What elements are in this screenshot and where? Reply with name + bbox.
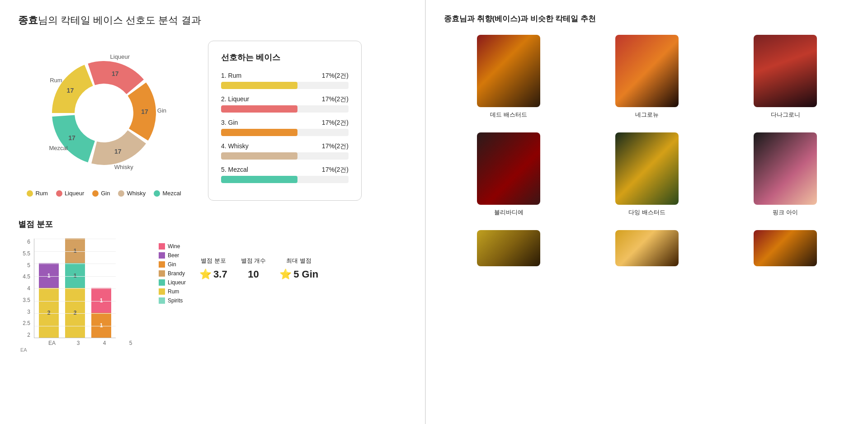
svg-text:Mezcal: Mezcal	[49, 145, 68, 151]
donut-chart: 17 17 17 17 17 RumLiqueurGinWhiskyMezcal	[32, 41, 176, 185]
stat-count: 별점 개수 10	[241, 257, 266, 280]
cocktail-bottom1	[444, 230, 573, 266]
pref-item-5: 5. Mezcal 17%(2건)	[221, 166, 349, 183]
right-panel: 종효님과 취향(베이스)과 비슷한 칵테일 추천 데드 배스터드 네그로뉴 다나…	[426, 0, 868, 424]
bar-segment-rum-4: 2	[65, 288, 85, 338]
bar-col-5: 1 1	[91, 288, 111, 338]
cocktail-name-danargroni: 다나그로니	[771, 111, 800, 119]
legend-spirits: Spirits	[159, 297, 186, 304]
cocktail-bottom2	[582, 230, 712, 266]
svg-text:Gin: Gin	[157, 107, 166, 114]
cocktail-name-negroni: 네그로뉴	[635, 111, 659, 119]
star-section: 별점 분포 6 5.5 5 4.5 4 3.5 3	[18, 219, 407, 353]
y-axis: 6 5.5 5 4.5 4 3.5 3 2.5 2	[18, 239, 34, 338]
cocktail-grid-row3	[444, 230, 850, 266]
stat-distribution: 별점 분포 ⭐ 3.7	[199, 257, 227, 280]
legend-beer: Beer	[159, 252, 186, 259]
page-title: 종효님의 칵테일 베이스 선호도 분석 결과	[18, 14, 407, 27]
bar-segment-wine-5: 1	[91, 288, 111, 313]
cocktail-img-bottom3	[754, 230, 817, 266]
cocktail-pinkeye: 핑크 아이	[721, 132, 850, 217]
cocktail-name-dying: 다잉 배스터드	[628, 208, 665, 217]
star-stats: 별점 분포 ⭐ 3.7 별점 개수 10 최대 별점 ⭐	[199, 257, 318, 280]
bar-col-4: 1 1 2	[65, 238, 85, 338]
cocktail-img-danargroni	[754, 35, 817, 107]
svg-text:Whisky: Whisky	[114, 164, 133, 170]
cocktail-img-dead-bastard	[477, 35, 540, 107]
bar-segment-liqueur-4: 1	[65, 263, 85, 288]
star-section-title: 별점 분포	[18, 219, 407, 230]
cocktail-img-bottom2	[615, 230, 679, 266]
top-section: 17 17 17 17 17 RumLiqueurGinWhiskyMezcal…	[18, 41, 407, 201]
legend-gin2: Gin	[159, 261, 186, 268]
cocktail-name-bloody: 블리바디에	[494, 208, 524, 217]
legend-mezcal: Mezcal	[154, 190, 181, 197]
svg-text:17: 17	[141, 108, 148, 115]
svg-text:17: 17	[68, 134, 75, 141]
pref-card-title: 선호하는 베이스	[221, 52, 349, 63]
x-axis: EA 3 4 5	[38, 340, 141, 346]
cocktail-dying: 다잉 배스터드	[582, 132, 712, 217]
cocktail-bottom3	[721, 230, 850, 266]
legend-rum2: Rum	[159, 288, 186, 295]
cocktail-name-pinkeye: 핑크 아이	[773, 208, 798, 217]
cocktail-img-dying	[615, 132, 679, 205]
cocktail-name-dead-bastard: 데드 배스터드	[490, 111, 527, 119]
bar-segment-gin-5: 1	[91, 313, 111, 338]
left-panel: 종효님의 칵테일 베이스 선호도 분석 결과	[0, 0, 425, 424]
pref-item-1: 1. Rum 17%(2건)	[221, 72, 349, 89]
preferred-base-card: 선호하는 베이스 1. Rum 17%(2건) 2. Liqueur 17%(2…	[208, 41, 362, 201]
pref-item-4: 4. Whisky 17%(2건)	[221, 142, 349, 160]
legend-gin: Gin	[92, 190, 110, 197]
bar-segment-rum-3: 2	[39, 288, 59, 338]
cocktail-img-bottom1	[477, 230, 540, 266]
cocktail-img-pinkeye	[754, 132, 817, 205]
cocktail-dead-bastard: 데드 배스터드	[444, 35, 573, 119]
pref-item-2: 2. Liqueur 17%(2건)	[221, 95, 349, 113]
pref-item-3: 3. Gin 17%(2건)	[221, 119, 349, 136]
svg-text:17: 17	[67, 87, 74, 94]
right-panel-title: 종효님과 취향(베이스)과 비슷한 칵테일 추천	[444, 14, 850, 24]
legend-whisky: Whisky	[118, 190, 146, 197]
cocktail-grid-row1: 데드 배스터드 네그로뉴 다나그로니	[444, 35, 850, 119]
cocktail-grid-row2: 블리바디에 다잉 배스터드 핑크 아이	[444, 132, 850, 217]
cocktail-img-negroni	[615, 35, 679, 107]
bar-segment-beer-3: 1	[39, 263, 59, 288]
svg-text:17: 17	[114, 148, 122, 155]
svg-text:Rum: Rum	[50, 77, 62, 84]
svg-text:17: 17	[112, 70, 119, 77]
svg-text:Liqueur: Liqueur	[110, 53, 130, 60]
bar-chart: 1 2 1 1	[34, 239, 116, 338]
cocktail-negroni: 네그로뉴	[582, 35, 712, 119]
cocktail-bloody: 블리바디에	[444, 132, 573, 217]
legend-brandy: Brandy	[159, 270, 186, 277]
legend-wine: Wine	[159, 243, 186, 250]
legend-rum: Rum	[27, 190, 47, 197]
donut-chart-area: 17 17 17 17 17 RumLiqueurGinWhiskyMezcal…	[18, 41, 190, 197]
cocktail-danargroni: 다나그로니	[721, 35, 850, 119]
stat-max: 최대 별점 ⭐ 5 Gin	[279, 257, 318, 280]
bar-col-3: 1 2	[39, 263, 59, 338]
cocktail-img-bloody	[477, 132, 540, 205]
legend-liqueur: Liqueur	[56, 190, 84, 197]
donut-legend: Rum Liqueur Gin Whisky	[27, 190, 181, 197]
y-axis-label: EA	[20, 347, 141, 353]
star-legend: Wine Beer Gin Brandy	[159, 243, 186, 304]
bar-segment-brandy-4: 1	[65, 238, 85, 263]
legend-liqueur2: Liqueur	[159, 279, 186, 286]
